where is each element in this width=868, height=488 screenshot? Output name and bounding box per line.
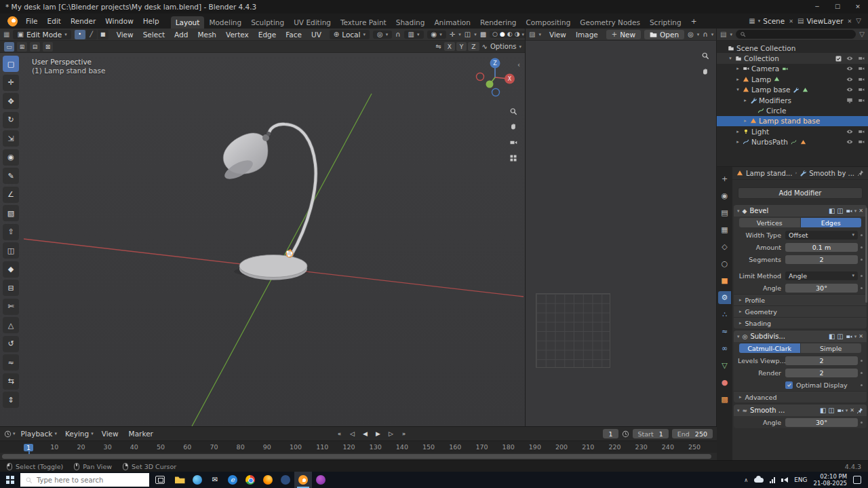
expand-icon[interactable]: ▾ [737,334,740,339]
shading-material-button[interactable]: ◐ [507,31,513,37]
chevron-down-icon[interactable]: ▾ [458,32,461,37]
tab-modeling[interactable]: Modeling [204,16,246,29]
properties-tab[interactable]: ∞ [718,342,731,355]
edges-option[interactable]: Edges [801,218,862,227]
frame-tick[interactable]: 100 [290,443,302,451]
shading-solid-button[interactable]: ● [500,31,505,37]
frame-tick[interactable]: 220 [608,443,620,451]
angle-field[interactable]: 30° [785,284,858,293]
mirror-axis-button[interactable]: Z [468,42,479,51]
modifier-name[interactable]: Smooth ... [750,407,785,414]
tool-button[interactable]: ◆ [3,261,19,278]
chevron-down-icon[interactable]: ▾ [730,32,732,37]
shading-wireframe-button[interactable]: ○ [492,31,498,37]
tool-button[interactable]: ⇕ [3,392,19,408]
realtime-display-icon[interactable]: ◫ [828,407,834,414]
extras-menu-icon[interactable]: ▾ [846,408,848,413]
tool-button[interactable]: ◉ [3,149,19,166]
properties-tab[interactable]: + [718,172,731,185]
outliner-row[interactable]: Circle [717,105,868,115]
render-display-icon[interactable] [846,208,852,214]
mirror-axis-button[interactable]: X [444,42,455,51]
tool-button[interactable]: ⇧ [3,224,19,240]
app-7[interactable] [277,472,294,488]
tool-button[interactable]: ⊟ [3,280,19,296]
jump-to-start-button[interactable]: « [334,428,344,438]
chevron-down-icon[interactable]: ▾ [697,32,700,37]
tool-button[interactable]: ✥ [3,93,19,109]
title-bar[interactable]: * My desk lam [C:\Blender projects\My de… [0,0,868,14]
remove-modifier-icon[interactable]: ✕ [859,208,863,214]
expand-icon[interactable]: ▾ [737,208,740,214]
expander-icon[interactable]: ▸ [734,139,741,145]
tab-compositing[interactable]: Compositing [521,16,576,29]
snap-target-selector[interactable]: ▥ ▾ [404,31,424,39]
frame-tick[interactable]: 30 [104,443,112,451]
outliner-row[interactable]: ▸ Modifiers [717,95,868,105]
optimal-display-checkbox[interactable] [785,381,793,389]
zoom-icon[interactable] [507,105,519,117]
bevel-panel-header[interactable]: ▾ ◆ Bevel ◧ ◫ ▾ ✕ [734,205,867,217]
tab-uv-editing[interactable]: UV Editing [289,16,336,29]
editor-type-icon[interactable] [4,430,12,438]
viewport-menu-item[interactable]: Select [138,29,170,40]
outliner-row[interactable]: ▸ Lamp stand base [717,116,868,126]
frame-tick[interactable]: 120 [342,443,355,451]
frame-tick[interactable]: 60 [183,443,191,451]
remove-modifier-icon[interactable]: ✕ [850,407,854,413]
frame-tick[interactable]: 150 [422,443,435,451]
tool-button[interactable]: ↺ [3,336,19,352]
vertices-option[interactable]: Vertices [739,218,800,227]
expander-icon[interactable]: ▸ [734,77,741,82]
mirror-axis-button[interactable]: Y [456,42,467,51]
render-levels-field[interactable]: 2 [785,369,858,377]
properties-tab[interactable]: ■ [718,274,731,287]
viewport-menu-item[interactable]: Face [281,29,307,40]
current-frame-field[interactable]: 1 [603,429,618,438]
image-editor-menu-item[interactable]: Image [571,29,603,40]
image-editor-panel[interactable] [526,41,717,426]
taskbar-search-input[interactable] [37,476,144,484]
editor-type-icon[interactable]: ▦ [3,31,9,38]
prev-keyframe-button[interactable]: ◁ [347,428,357,438]
hide-in-viewport-icon[interactable] [846,128,853,135]
language-indicator[interactable]: ENG [794,476,807,483]
properties-tab[interactable]: ○ [718,257,731,270]
tool-button[interactable]: ✎ [3,168,19,184]
frame-tick[interactable]: 160 [449,443,461,451]
mirror-icon[interactable]: ⇋ [435,43,441,50]
viewport-menu-item[interactable]: Edge [254,29,281,40]
timeline-menu-item[interactable]: Keying▾ [61,428,98,439]
edge-select-button[interactable]: ╱ [86,30,97,39]
hide-in-viewport-icon[interactable] [846,86,853,93]
edit-mode-display-icon[interactable]: ◧ [829,207,835,214]
view-layer-icon[interactable]: ▤ [797,18,804,24]
select-mode-subtract-icon[interactable]: ⊟ [30,42,40,52]
animate-dot[interactable] [861,275,863,277]
properties-tab[interactable]: ⚙ [718,291,731,304]
tab-sculpting[interactable]: Sculpting [246,16,289,29]
viewport-menu-item[interactable]: UV [307,29,326,40]
expander-icon[interactable]: ▸ [742,98,749,103]
amount-field[interactable]: 0.1 m [785,243,858,252]
disable-in-render-icon[interactable] [858,65,865,72]
properties-tab[interactable]: ▤ [718,206,731,219]
animate-dot[interactable] [861,259,863,261]
outliner-row[interactable]: ▾ Lamp base [717,85,868,95]
hide-in-viewport-icon[interactable] [846,65,853,72]
next-keyframe-button[interactable]: ▷ [386,428,396,438]
edit-mode-display-icon[interactable]: ◧ [829,333,835,340]
chevron-down-icon[interactable]: ▾ [538,32,541,37]
outliner-row[interactable]: ▸ NurbsPath [717,137,868,147]
frame-tick[interactable]: 190 [529,443,541,451]
new-image-button[interactable]: + New [606,30,641,39]
display-in-viewport-icon[interactable] [846,97,853,104]
chevron-down-icon[interactable]: ▾ [711,32,714,37]
subdivision-panel-header[interactable]: ▾ ◎ Subdivis... ◧ ◫ ▾ ✕ [734,331,867,342]
end-frame-field[interactable]: End250 [672,429,713,438]
filter-icon[interactable]: ▽ [859,31,865,38]
frame-tick[interactable]: 20 [77,443,85,451]
menu-item[interactable]: Edit [43,16,66,26]
viewport-menu-item[interactable]: Vertex [221,29,254,40]
modifier-subpanel[interactable]: ▸Profile [734,294,867,305]
